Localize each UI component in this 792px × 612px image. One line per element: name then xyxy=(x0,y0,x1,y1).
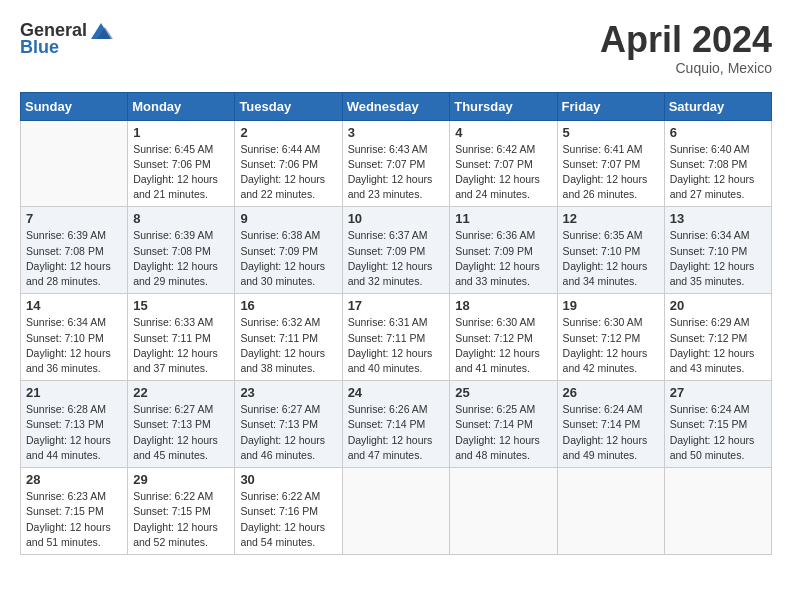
table-row: 3Sunrise: 6:43 AMSunset: 7:07 PMDaylight… xyxy=(342,120,450,207)
table-row: 21Sunrise: 6:28 AMSunset: 7:13 PMDayligh… xyxy=(21,381,128,468)
logo-blue: Blue xyxy=(20,37,59,58)
calendar-week-row: 14Sunrise: 6:34 AMSunset: 7:10 PMDayligh… xyxy=(21,294,772,381)
table-row: 12Sunrise: 6:35 AMSunset: 7:10 PMDayligh… xyxy=(557,207,664,294)
day-number: 11 xyxy=(455,211,551,226)
day-number: 28 xyxy=(26,472,122,487)
table-row: 25Sunrise: 6:25 AMSunset: 7:14 PMDayligh… xyxy=(450,381,557,468)
day-info: Sunrise: 6:30 AMSunset: 7:12 PMDaylight:… xyxy=(563,315,659,376)
col-sunday: Sunday xyxy=(21,92,128,120)
table-row: 18Sunrise: 6:30 AMSunset: 7:12 PMDayligh… xyxy=(450,294,557,381)
day-number: 25 xyxy=(455,385,551,400)
day-number: 23 xyxy=(240,385,336,400)
col-thursday: Thursday xyxy=(450,92,557,120)
day-number: 24 xyxy=(348,385,445,400)
table-row: 13Sunrise: 6:34 AMSunset: 7:10 PMDayligh… xyxy=(664,207,771,294)
table-row: 22Sunrise: 6:27 AMSunset: 7:13 PMDayligh… xyxy=(128,381,235,468)
day-info: Sunrise: 6:37 AMSunset: 7:09 PMDaylight:… xyxy=(348,228,445,289)
day-number: 10 xyxy=(348,211,445,226)
table-row xyxy=(557,468,664,555)
location: Cuquio, Mexico xyxy=(600,60,772,76)
day-info: Sunrise: 6:39 AMSunset: 7:08 PMDaylight:… xyxy=(133,228,229,289)
table-row: 9Sunrise: 6:38 AMSunset: 7:09 PMDaylight… xyxy=(235,207,342,294)
day-info: Sunrise: 6:22 AMSunset: 7:15 PMDaylight:… xyxy=(133,489,229,550)
day-info: Sunrise: 6:40 AMSunset: 7:08 PMDaylight:… xyxy=(670,142,766,203)
day-info: Sunrise: 6:24 AMSunset: 7:14 PMDaylight:… xyxy=(563,402,659,463)
day-number: 16 xyxy=(240,298,336,313)
logo: General Blue xyxy=(20,20,113,58)
table-row: 26Sunrise: 6:24 AMSunset: 7:14 PMDayligh… xyxy=(557,381,664,468)
calendar-table: Sunday Monday Tuesday Wednesday Thursday… xyxy=(20,92,772,555)
table-row: 23Sunrise: 6:27 AMSunset: 7:13 PMDayligh… xyxy=(235,381,342,468)
day-number: 30 xyxy=(240,472,336,487)
day-number: 19 xyxy=(563,298,659,313)
day-number: 15 xyxy=(133,298,229,313)
day-info: Sunrise: 6:23 AMSunset: 7:15 PMDaylight:… xyxy=(26,489,122,550)
col-wednesday: Wednesday xyxy=(342,92,450,120)
table-row: 5Sunrise: 6:41 AMSunset: 7:07 PMDaylight… xyxy=(557,120,664,207)
table-row xyxy=(664,468,771,555)
col-monday: Monday xyxy=(128,92,235,120)
month-title: April 2024 xyxy=(600,20,772,60)
day-number: 21 xyxy=(26,385,122,400)
day-number: 9 xyxy=(240,211,336,226)
calendar-week-row: 28Sunrise: 6:23 AMSunset: 7:15 PMDayligh… xyxy=(21,468,772,555)
page-header: General Blue April 2024 Cuquio, Mexico xyxy=(20,20,772,76)
calendar-header-row: Sunday Monday Tuesday Wednesday Thursday… xyxy=(21,92,772,120)
day-info: Sunrise: 6:39 AMSunset: 7:08 PMDaylight:… xyxy=(26,228,122,289)
day-info: Sunrise: 6:30 AMSunset: 7:12 PMDaylight:… xyxy=(455,315,551,376)
day-number: 6 xyxy=(670,125,766,140)
day-number: 5 xyxy=(563,125,659,140)
table-row: 14Sunrise: 6:34 AMSunset: 7:10 PMDayligh… xyxy=(21,294,128,381)
day-number: 17 xyxy=(348,298,445,313)
table-row: 16Sunrise: 6:32 AMSunset: 7:11 PMDayligh… xyxy=(235,294,342,381)
table-row: 20Sunrise: 6:29 AMSunset: 7:12 PMDayligh… xyxy=(664,294,771,381)
table-row: 30Sunrise: 6:22 AMSunset: 7:16 PMDayligh… xyxy=(235,468,342,555)
table-row: 10Sunrise: 6:37 AMSunset: 7:09 PMDayligh… xyxy=(342,207,450,294)
table-row: 11Sunrise: 6:36 AMSunset: 7:09 PMDayligh… xyxy=(450,207,557,294)
day-info: Sunrise: 6:35 AMSunset: 7:10 PMDaylight:… xyxy=(563,228,659,289)
day-info: Sunrise: 6:33 AMSunset: 7:11 PMDaylight:… xyxy=(133,315,229,376)
day-info: Sunrise: 6:29 AMSunset: 7:12 PMDaylight:… xyxy=(670,315,766,376)
logo-icon xyxy=(89,21,113,41)
day-number: 14 xyxy=(26,298,122,313)
table-row: 29Sunrise: 6:22 AMSunset: 7:15 PMDayligh… xyxy=(128,468,235,555)
table-row: 24Sunrise: 6:26 AMSunset: 7:14 PMDayligh… xyxy=(342,381,450,468)
table-row: 1Sunrise: 6:45 AMSunset: 7:06 PMDaylight… xyxy=(128,120,235,207)
col-tuesday: Tuesday xyxy=(235,92,342,120)
day-number: 13 xyxy=(670,211,766,226)
day-number: 27 xyxy=(670,385,766,400)
day-info: Sunrise: 6:24 AMSunset: 7:15 PMDaylight:… xyxy=(670,402,766,463)
table-row: 7Sunrise: 6:39 AMSunset: 7:08 PMDaylight… xyxy=(21,207,128,294)
table-row xyxy=(450,468,557,555)
day-info: Sunrise: 6:28 AMSunset: 7:13 PMDaylight:… xyxy=(26,402,122,463)
table-row: 28Sunrise: 6:23 AMSunset: 7:15 PMDayligh… xyxy=(21,468,128,555)
calendar-week-row: 7Sunrise: 6:39 AMSunset: 7:08 PMDaylight… xyxy=(21,207,772,294)
title-block: April 2024 Cuquio, Mexico xyxy=(600,20,772,76)
day-info: Sunrise: 6:27 AMSunset: 7:13 PMDaylight:… xyxy=(240,402,336,463)
day-number: 18 xyxy=(455,298,551,313)
table-row: 6Sunrise: 6:40 AMSunset: 7:08 PMDaylight… xyxy=(664,120,771,207)
day-info: Sunrise: 6:44 AMSunset: 7:06 PMDaylight:… xyxy=(240,142,336,203)
table-row xyxy=(342,468,450,555)
day-number: 1 xyxy=(133,125,229,140)
day-info: Sunrise: 6:41 AMSunset: 7:07 PMDaylight:… xyxy=(563,142,659,203)
calendar-week-row: 1Sunrise: 6:45 AMSunset: 7:06 PMDaylight… xyxy=(21,120,772,207)
day-number: 7 xyxy=(26,211,122,226)
day-number: 3 xyxy=(348,125,445,140)
day-info: Sunrise: 6:36 AMSunset: 7:09 PMDaylight:… xyxy=(455,228,551,289)
table-row xyxy=(21,120,128,207)
day-info: Sunrise: 6:32 AMSunset: 7:11 PMDaylight:… xyxy=(240,315,336,376)
day-info: Sunrise: 6:22 AMSunset: 7:16 PMDaylight:… xyxy=(240,489,336,550)
table-row: 4Sunrise: 6:42 AMSunset: 7:07 PMDaylight… xyxy=(450,120,557,207)
day-info: Sunrise: 6:25 AMSunset: 7:14 PMDaylight:… xyxy=(455,402,551,463)
day-number: 26 xyxy=(563,385,659,400)
day-info: Sunrise: 6:34 AMSunset: 7:10 PMDaylight:… xyxy=(670,228,766,289)
day-number: 12 xyxy=(563,211,659,226)
day-info: Sunrise: 6:42 AMSunset: 7:07 PMDaylight:… xyxy=(455,142,551,203)
day-info: Sunrise: 6:34 AMSunset: 7:10 PMDaylight:… xyxy=(26,315,122,376)
table-row: 15Sunrise: 6:33 AMSunset: 7:11 PMDayligh… xyxy=(128,294,235,381)
day-number: 4 xyxy=(455,125,551,140)
day-number: 8 xyxy=(133,211,229,226)
col-friday: Friday xyxy=(557,92,664,120)
day-info: Sunrise: 6:43 AMSunset: 7:07 PMDaylight:… xyxy=(348,142,445,203)
